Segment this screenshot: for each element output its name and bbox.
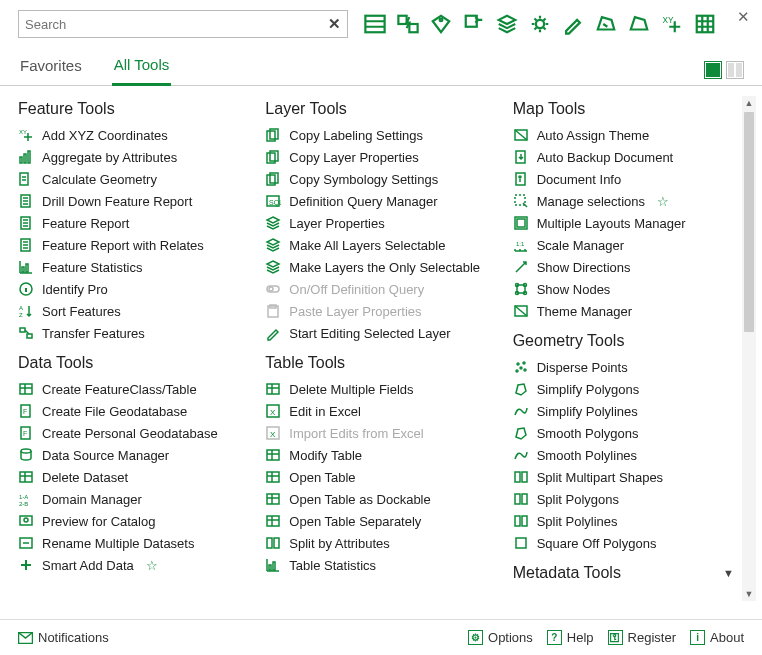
tab-favorites[interactable]: Favorites [18,53,84,84]
bolt-toolbar-icon[interactable]: 16"> [395,11,421,37]
tool-theme-manager[interactable]: Theme Manager [513,300,742,322]
tool-aggregate-by-attributes[interactable]: Aggregate by Attributes [18,146,247,168]
tool-disperse-points[interactable]: Disperse Points [513,356,742,378]
line-icon [513,403,529,419]
tool-split-by-attributes[interactable]: Split by Attributes [265,532,494,554]
grid-toolbar-icon[interactable]: 16"> [692,11,718,37]
tool-calculate-geometry[interactable]: Calculate Geometry [18,168,247,190]
tool-smooth-polygons[interactable]: Smooth Polygons [513,422,742,444]
category-metadata-tools[interactable]: Metadata Tools▼ [513,564,742,582]
tool-label: Make All Layers Selectable [289,238,445,253]
tool-open-table-separately[interactable]: Open Table Separately [265,510,494,532]
tool-data-source-manager[interactable]: Data Source Manager [18,444,247,466]
tool-label: Square Off Polygons [537,536,657,551]
tool-delete-multiple-fields[interactable]: Delete Multiple Fields [265,378,494,400]
tool-manage-selections[interactable]: Manage selections☆ [513,190,742,212]
list-view-toggle[interactable] [704,61,722,79]
ins-toolbar-icon[interactable]: 16"> [461,11,487,37]
tool-split-polylines[interactable]: Split Polylines [513,510,742,532]
scrollbar[interactable]: ▲ ▼ [742,96,756,601]
tool-copy-symbology-settings[interactable]: Copy Symbology Settings [265,168,494,190]
tool-create-file-geodatabase[interactable]: FCreate File Geodatabase [18,400,247,422]
line-icon [513,447,529,463]
scroll-down-icon[interactable]: ▼ [742,587,756,601]
tool-rename-multiple-datasets[interactable]: Rename Multiple Datasets [18,532,247,554]
scroll-thumb[interactable] [744,112,754,332]
tool-simplify-polylines[interactable]: Simplify Polylines [513,400,742,422]
tool-smooth-polylines[interactable]: Smooth Polylines [513,444,742,466]
tool-label: Calculate Geometry [42,172,157,187]
tool-make-layers-the-only-selectable[interactable]: Make Layers the Only Selectable [265,256,494,278]
tool-document-info[interactable]: Document Info [513,168,742,190]
tool-definition-query-manager[interactable]: SQLDefinition Query Manager [265,190,494,212]
theme-icon [513,127,529,143]
tag-toolbar-icon[interactable]: 16"> [428,11,454,37]
gear-toolbar-icon[interactable]: 16"> [527,11,553,37]
tool-create-featureclass-table[interactable]: Create FeatureClass/Table [18,378,247,400]
tool-copy-labeling-settings[interactable]: Copy Labeling Settings [265,124,494,146]
add-icon [18,557,34,573]
search-input[interactable] [25,17,328,32]
tool-show-directions[interactable]: Show Directions [513,256,742,278]
tool-label: Smart Add Data [42,558,134,573]
tool-scale-manager[interactable]: 1:1Scale Manager [513,234,742,256]
tool-feature-report-with-relates[interactable]: Feature Report with Relates [18,234,247,256]
poly2-toolbar-icon[interactable]: 16"> [626,11,652,37]
tool-open-table-as-dockable[interactable]: Open Table as Dockable [265,488,494,510]
svg-rect-59 [273,562,275,570]
copy-icon [265,149,281,165]
tool-delete-dataset[interactable]: Delete Dataset [18,466,247,488]
svg-point-33 [24,518,28,522]
tool-split-multipart-shapes[interactable]: Split Multipart Shapes [513,466,742,488]
close-button[interactable]: ✕ [737,8,750,26]
tab-all-tools[interactable]: All Tools [112,52,172,86]
panel-toolbar-icon[interactable]: 16"> [362,11,388,37]
tool-show-nodes[interactable]: Show Nodes [513,278,742,300]
tool-create-personal-geodatabase[interactable]: FCreate Personal Geodatabase [18,422,247,444]
search-box[interactable]: ✕ [18,10,348,38]
split-icon [265,535,281,551]
tool-layer-properties[interactable]: Layer Properties [265,212,494,234]
tool-auto-assign-theme[interactable]: Auto Assign Theme [513,124,742,146]
tool-simplify-polygons[interactable]: Simplify Polygons [513,378,742,400]
tool-transfer-features[interactable]: Transfer Features [18,322,247,344]
tool-feature-report[interactable]: Feature Report [18,212,247,234]
tool-preview-for-catalog[interactable]: Preview for Catalog [18,510,247,532]
help-button[interactable]: ?Help [547,630,594,645]
tool-square-off-polygons[interactable]: Square Off Polygons [513,532,742,554]
about-button[interactable]: iAbout [690,630,744,645]
poly1-toolbar-icon[interactable]: 16"> [593,11,619,37]
tool-add-xyz-coordinates[interactable]: XYAdd XYZ Coordinates [18,124,247,146]
xy-toolbar-icon[interactable]: 16">XY [659,11,685,37]
scroll-up-icon[interactable]: ▲ [742,96,756,110]
tool-identify-pro[interactable]: Identify Pro [18,278,247,300]
tool-start-editing-selected-layer[interactable]: Start Editing Selected Layer [265,322,494,344]
domain-icon: 1-A2-B [18,491,34,507]
clear-search-icon[interactable]: ✕ [328,15,341,33]
options-button[interactable]: ⚙Options [468,630,533,645]
tool-modify-table[interactable]: Modify Table [265,444,494,466]
poly-icon [513,381,529,397]
tool-sort-features[interactable]: AZSort Features [18,300,247,322]
register-button[interactable]: ⚿Register [608,630,676,645]
tool-domain-manager[interactable]: 1-A2-BDomain Manager [18,488,247,510]
tool-label: Open Table Separately [289,514,421,529]
transfer-icon [18,325,34,341]
tool-table-statistics[interactable]: Table Statistics [265,554,494,576]
bars-icon [18,149,34,165]
notifications-button[interactable]: Notifications [18,630,109,645]
layers-toolbar-icon[interactable]: 16"> [494,11,520,37]
tool-edit-in-excel[interactable]: XEdit in Excel [265,400,494,422]
edit-toolbar-icon[interactable]: 16"> [560,11,586,37]
tool-make-all-layers-selectable[interactable]: Make All Layers Selectable [265,234,494,256]
tool-copy-layer-properties[interactable]: Copy Layer Properties [265,146,494,168]
tool-split-polygons[interactable]: Split Polygons [513,488,742,510]
grid-view-toggle[interactable] [726,61,744,79]
tool-drill-down-feature-report[interactable]: Drill Down Feature Report [18,190,247,212]
calc-icon [18,171,34,187]
tool-open-table[interactable]: Open Table [265,466,494,488]
tool-auto-backup-document[interactable]: Auto Backup Document [513,146,742,168]
tool-smart-add-data[interactable]: Smart Add Data☆ [18,554,247,576]
tool-feature-statistics[interactable]: Feature Statistics [18,256,247,278]
tool-multiple-layouts-manager[interactable]: Multiple Layouts Manager [513,212,742,234]
